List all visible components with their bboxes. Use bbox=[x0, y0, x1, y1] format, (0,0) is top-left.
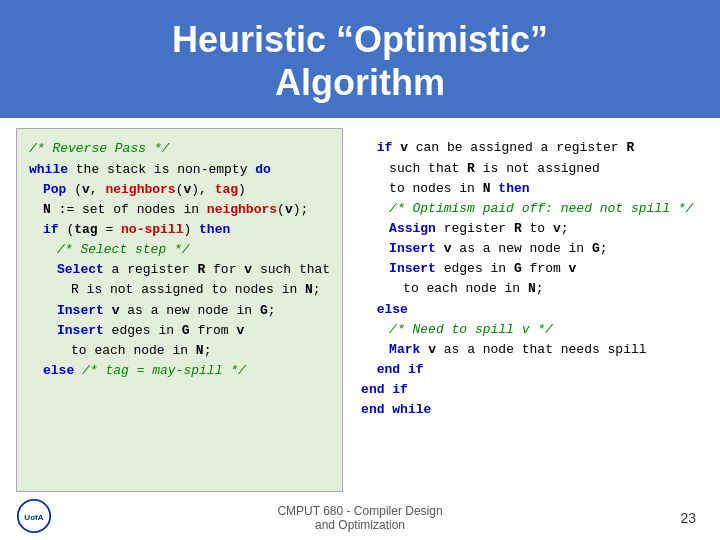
rcode-line-10: /* Need to spill v */ bbox=[361, 320, 696, 340]
slide-title: Heuristic “Optimistic” Algorithm bbox=[30, 18, 690, 104]
code-line-3: Pop (v, neighbors(v), tag) bbox=[29, 180, 330, 200]
title-line1: Heuristic “Optimistic” bbox=[172, 19, 548, 60]
title-area: Heuristic “Optimistic” Algorithm bbox=[0, 0, 720, 118]
rcode-line-11: Mark v as a node that needs spill bbox=[361, 340, 696, 360]
rcode-line-6: Insert v as a new node in G; bbox=[361, 239, 696, 259]
slide: Heuristic “Optimistic” Algorithm /* Reve… bbox=[0, 0, 720, 540]
code-line-1: /* Reverse Pass */ bbox=[29, 139, 330, 159]
rcode-line-14: end while bbox=[361, 400, 696, 420]
code-line-12: else /* tag = may-spill */ bbox=[29, 361, 330, 381]
code-line-8: R is not assigned to nodes in N; bbox=[29, 280, 330, 300]
rcode-line-5: Assign register R to v; bbox=[361, 219, 696, 239]
rcode-line-8: to each node in N; bbox=[361, 279, 696, 299]
code-line-10: Insert edges in G from v bbox=[29, 321, 330, 341]
code-line-7: Select a register R for v such that bbox=[29, 260, 330, 280]
rcode-line-13: end if bbox=[361, 380, 696, 400]
left-code-box: /* Reverse Pass */ while the stack is no… bbox=[16, 128, 343, 492]
code-line-11: to each node in N; bbox=[29, 341, 330, 361]
rcode-line-1: if v can be assigned a register R bbox=[361, 138, 696, 158]
content-area: /* Reverse Pass */ while the stack is no… bbox=[0, 118, 720, 498]
rcode-line-3: to nodes in N then bbox=[361, 179, 696, 199]
code-line-4: N := set of nodes in neighbors(v); bbox=[29, 200, 330, 220]
footer: UofA CMPUT 680 - Compiler Design and Opt… bbox=[0, 498, 720, 540]
footer-subtitle: and Optimization bbox=[315, 518, 405, 532]
page-number: 23 bbox=[680, 510, 696, 526]
rcode-line-4: /* Optimism paid off: need not spill */ bbox=[361, 199, 696, 219]
code-line-2: while the stack is non-empty do bbox=[29, 160, 330, 180]
title-line2: Algorithm bbox=[275, 62, 445, 103]
right-code-box: if v can be assigned a register R such t… bbox=[353, 128, 704, 492]
code-line-6: /* Select step */ bbox=[29, 240, 330, 260]
code-line-5: if (tag = no-spill) then bbox=[29, 220, 330, 240]
footer-course: CMPUT 680 - Compiler Design bbox=[277, 504, 442, 518]
rcode-line-7: Insert edges in G from v bbox=[361, 259, 696, 279]
rcode-line-2: such that R is not assigned bbox=[361, 159, 696, 179]
rcode-line-12: end if bbox=[361, 360, 696, 380]
rcode-line-9: else bbox=[361, 300, 696, 320]
code-line-9: Insert v as a new node in G; bbox=[29, 301, 330, 321]
footer-text: CMPUT 680 - Compiler Design and Optimiza… bbox=[277, 504, 442, 532]
university-logo: UofA bbox=[16, 498, 52, 534]
svg-text:UofA: UofA bbox=[24, 513, 43, 522]
